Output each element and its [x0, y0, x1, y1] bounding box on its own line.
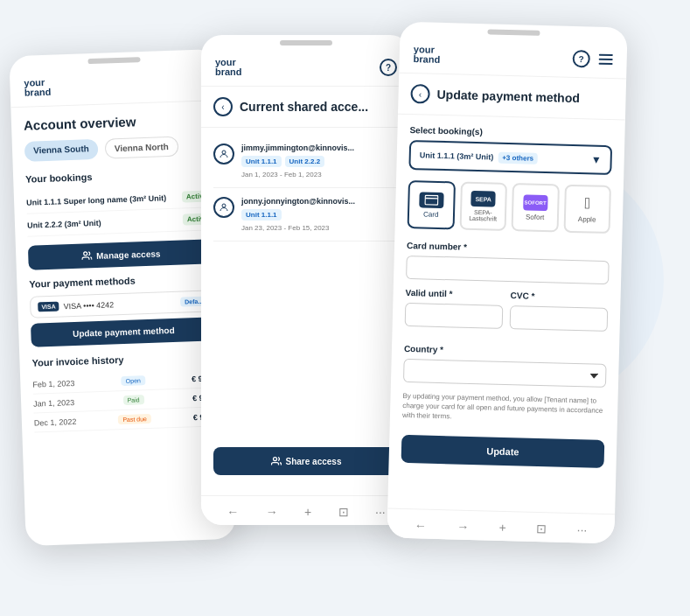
- back-button-2[interactable]: ‹: [213, 97, 233, 116]
- user-avatar-1: [213, 144, 234, 164]
- cvc-input[interactable]: [510, 305, 609, 332]
- cvc-group: CVC *: [510, 290, 609, 332]
- invoice-date-2: Jan 1, 2023: [33, 397, 74, 408]
- phone2-browser-nav: ← → + ⊡ ···: [201, 495, 411, 525]
- nav-back-3[interactable]: ←: [415, 518, 427, 532]
- share-access-button[interactable]: Share access: [213, 447, 399, 475]
- phone-update-payment: your brand ? ‹ Update payment method Se: [387, 22, 627, 544]
- svg-point-2: [222, 204, 226, 207]
- payment-methods-label: Your payment methods: [29, 272, 214, 289]
- unit-tag-2-1: Unit 1.1.1: [241, 209, 282, 220]
- avatar-icon-2: [219, 202, 229, 213]
- card-number-input[interactable]: [406, 256, 610, 284]
- card-icon: [419, 192, 443, 208]
- others-badge: +3 others: [498, 151, 538, 164]
- invoice-status-3: Past due: [118, 414, 151, 424]
- payment-option-sofort[interactable]: SOFORT Sofort: [512, 183, 560, 232]
- access-email-1: jimmy.jimmington@kinnovis...: [241, 144, 399, 152]
- country-select[interactable]: [403, 359, 607, 388]
- nav-forward-3[interactable]: →: [457, 520, 469, 534]
- unit-tag-1-1: Unit 1.1.1: [241, 156, 282, 167]
- payment-section: Your payment methods VISA VISA •••• 4242…: [29, 272, 217, 346]
- nav-tab-2[interactable]: ⊡: [338, 505, 349, 519]
- phone3-browser-nav: ← → + ⊡ ···: [387, 508, 615, 544]
- valid-until-group: Valid until *: [405, 288, 504, 329]
- sofort-label: Sofort: [526, 213, 545, 221]
- country-label: Country *: [404, 344, 607, 359]
- invoice-date-3: Dec 1, 2022: [34, 416, 77, 427]
- nav-add-2[interactable]: +: [304, 505, 311, 519]
- phone3-header-icons: ?: [572, 50, 613, 68]
- visa-number: VISA •••• 4242: [63, 300, 114, 311]
- apple-label: Apple: [578, 215, 596, 224]
- booking-select-inner: Unit 1.1.1 (3m² Unit) +3 others: [420, 150, 539, 164]
- nav-forward-2[interactable]: →: [266, 505, 278, 519]
- phone3-content-wrapper: ‹ Update payment method Select booking(s…: [387, 74, 626, 544]
- brand-logo: your brand: [24, 78, 51, 98]
- svg-rect-4: [425, 195, 438, 205]
- access-user-row-2: jonny.jonnyington@kinnovis... Unit 1.1.1…: [213, 197, 399, 232]
- nav-more-3[interactable]: ···: [577, 522, 588, 536]
- location-tab-vienna-south[interactable]: Vienna South: [24, 139, 98, 162]
- account-overview-title: Account overview: [24, 111, 209, 132]
- booking-name-2: Unit 2.2.2 (3m² Unit): [27, 215, 183, 229]
- access-item-2: jonny.jonnyington@kinnovis... Unit 1.1.1…: [213, 188, 399, 242]
- location-tab-vienna-north[interactable]: Vienna North: [104, 136, 178, 159]
- nav-more-2[interactable]: ···: [375, 505, 386, 519]
- booking-select-dropdown[interactable]: Unit 1.1.1 (3m² Unit) +3 others ▼: [408, 140, 612, 175]
- invoice-status-2: Paid: [122, 395, 143, 405]
- brand-line2-2: brand: [215, 67, 242, 77]
- dropdown-chevron-icon: ▼: [591, 153, 602, 165]
- nav-tab-3[interactable]: ⊡: [536, 522, 547, 536]
- cvc-label: CVC *: [510, 290, 608, 303]
- invoice-date-1: Feb 1, 2023: [32, 378, 74, 388]
- valid-cvc-row: Valid until * CVC *: [404, 288, 608, 340]
- access-user-row-1: jimmy.jimmington@kinnovis... Unit 1.1.1 …: [213, 144, 399, 178]
- valid-until-input[interactable]: [405, 303, 504, 329]
- payment-option-apple[interactable]:  Apple: [563, 185, 611, 234]
- phone2-content-wrapper: ‹ Current shared acce... jimmy.jimmingto…: [201, 87, 411, 525]
- brand-line2-3: brand: [414, 54, 441, 65]
- avatar-icon-1: [219, 149, 229, 159]
- hamburger-line-1: [599, 54, 613, 56]
- phone2-header: your brand ?: [201, 46, 411, 87]
- phone1-header: your brand: [10, 60, 220, 108]
- payment-methods-grid: Card SEPA SEPA-Lastschrift SOFORT Sofort: [408, 180, 611, 234]
- bookings-label: Your bookings: [25, 167, 211, 184]
- svg-point-1: [222, 150, 226, 154]
- brand-logo-2: your brand: [215, 58, 242, 77]
- share-icon: [271, 456, 282, 466]
- hamburger-line-2: [599, 59, 613, 60]
- help-icon-2[interactable]: ?: [380, 59, 397, 76]
- location-tabs: Vienna South Vienna North: [24, 135, 211, 161]
- select-bookings-label: Select booking(s): [409, 125, 612, 140]
- back-button-3[interactable]: ‹: [410, 84, 430, 104]
- manage-access-button[interactable]: Manage access: [28, 239, 214, 270]
- card-number-group: Card number *: [406, 241, 610, 284]
- update-payment-title: Update payment method: [436, 88, 580, 105]
- update-main-button[interactable]: Update: [401, 434, 605, 467]
- invoice-label: Your invoice history: [31, 351, 217, 368]
- sepa-icon: SEPA: [471, 191, 496, 207]
- user-avatar-2: [213, 197, 234, 218]
- sofort-icon: SOFORT: [523, 194, 547, 211]
- disclaimer-text: By updating your payment method, you all…: [402, 391, 606, 426]
- svg-point-3: [273, 458, 276, 461]
- payment-option-card[interactable]: Card: [408, 180, 456, 229]
- nav-add-3[interactable]: +: [499, 521, 507, 535]
- hamburger-menu[interactable]: [599, 54, 613, 65]
- visa-info: VISA VISA •••• 4242: [38, 299, 114, 312]
- access-email-2: jonny.jonnyington@kinnovis...: [241, 197, 399, 206]
- invoice-section: Your invoice history Feb 1, 2023 Open € …: [31, 351, 220, 432]
- manage-access-label: Manage access: [96, 248, 161, 261]
- invoice-status-1: Open: [122, 375, 145, 386]
- payment-form: Select booking(s) Unit 1.1.1 (3m² Unit) …: [388, 115, 625, 479]
- booking-name-1: Unit 1.1.1 Super long name (3m² Unit): [26, 192, 182, 206]
- payment-option-sepa[interactable]: SEPA SEPA-Lastschrift: [459, 182, 507, 231]
- help-icon-3[interactable]: ?: [572, 50, 590, 68]
- unit-tag-1-2: Unit 2.2.2: [285, 156, 325, 167]
- brand-logo-3: your brand: [414, 45, 441, 65]
- access-info-2: jonny.jonnyington@kinnovis... Unit 1.1.1…: [241, 197, 399, 232]
- nav-back-2[interactable]: ←: [227, 505, 239, 519]
- update-payment-button[interactable]: Update payment method: [31, 317, 217, 346]
